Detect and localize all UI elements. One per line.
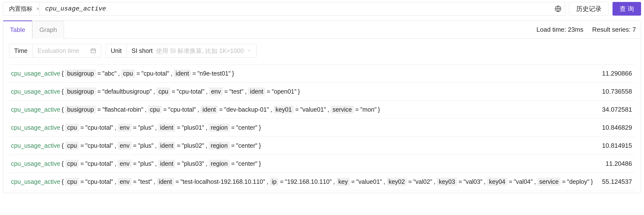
tag-key: key03 <box>437 178 457 186</box>
value-cell: 10.846829 <box>602 124 632 131</box>
tag-key: env <box>118 160 131 168</box>
tag-key: cpu <box>121 69 135 77</box>
unit-select[interactable]: SI short 使用 SI 标准换算, 比如 1K=1000 <box>127 44 256 57</box>
unit-value: SI short <box>132 47 152 54</box>
metric-cell: cpu_usage_active { cpu ="cpu-total", env… <box>11 178 593 186</box>
globe-button[interactable] <box>551 2 565 15</box>
history-button[interactable]: 历史记录 <box>569 2 608 15</box>
tag-key: key02 <box>387 178 407 186</box>
metric-name: cpu_usage_active <box>11 124 60 131</box>
metric-cell: cpu_usage_active { busigroup ="abc", cpu… <box>11 69 234 77</box>
value-cell: 34.072581 <box>602 106 632 113</box>
tag-value: "dev-backup-01" <box>224 106 269 113</box>
results-list: cpu_usage_active { busigroup ="abc", cpu… <box>3 64 641 193</box>
tag-key: env <box>209 87 223 96</box>
tag-key: key04 <box>487 178 507 186</box>
tag-key: ident <box>158 124 175 132</box>
tag-value: "test" <box>138 178 152 185</box>
tag-key: busigroup <box>65 106 96 114</box>
unit-label: Unit <box>106 44 127 57</box>
tag-value: "cpu-total" <box>86 142 113 149</box>
time-input[interactable]: Evaluation time <box>33 44 101 57</box>
tag-value: "value01" <box>300 106 326 113</box>
value-cell: 55.124537 <box>602 178 632 186</box>
query-button[interactable]: 查 询 <box>612 2 641 15</box>
tag-value: "test-localhost-192.168.10.110" <box>180 178 265 185</box>
table-row: cpu_usage_active { busigroup ="flashcat-… <box>9 100 635 118</box>
tag-value: "cpu-total" <box>86 178 113 185</box>
query-button-label: 查 询 <box>620 5 634 13</box>
metric-cell: cpu_usage_active { busigroup ="defaultbu… <box>11 87 300 96</box>
tag-key: env <box>118 178 131 186</box>
chevron-right-icon <box>36 7 40 11</box>
tag-value: "plus02" <box>182 142 204 149</box>
tag-key: ident <box>248 87 265 96</box>
tag-key: key01 <box>274 106 294 114</box>
tag-value: "cpu-total" <box>86 124 113 131</box>
tag-key: ident <box>201 106 218 114</box>
top-bar: 内置指标 cpu_usage_active 历史记录 查 询 <box>3 2 641 15</box>
tag-key: ident <box>158 160 175 168</box>
tag-value: "plus03" <box>182 160 204 167</box>
tag-key: ident <box>158 142 175 150</box>
tag-key: service <box>330 106 354 114</box>
metric-cell: cpu_usage_active { busigroup ="flashcat-… <box>11 106 380 114</box>
tag-key: cpu <box>148 106 162 114</box>
tag-value: "abc" <box>102 70 116 77</box>
globe-icon <box>555 5 562 12</box>
value-cell: 11.20486 <box>606 160 632 168</box>
tag-value: "cpu-total" <box>168 106 196 113</box>
tag-key: key <box>336 178 350 186</box>
tag-value: "val03" <box>464 178 483 185</box>
tag-key: ident <box>174 69 191 77</box>
svg-rect-2 <box>91 49 96 53</box>
metric-cell: cpu_usage_active { cpu ="cpu-total", env… <box>11 160 261 168</box>
metric-selector[interactable]: 内置指标 <box>3 2 44 15</box>
tag-key: env <box>118 142 131 150</box>
tag-key: region <box>209 160 230 168</box>
query-input[interactable]: cpu_usage_active <box>40 2 551 15</box>
metric-cell: cpu_usage_active { cpu ="cpu-total", env… <box>11 124 261 132</box>
tab-graph[interactable]: Graph <box>32 21 64 38</box>
table-row: cpu_usage_active { cpu ="cpu-total", env… <box>9 137 635 155</box>
metric-name: cpu_usage_active <box>11 70 60 77</box>
value-cell: 10.736558 <box>602 88 632 95</box>
metric-cell: cpu_usage_active { cpu ="cpu-total", env… <box>11 142 261 150</box>
table-row: cpu_usage_active { cpu ="cpu-total", env… <box>9 173 635 191</box>
tag-value: "value01" <box>356 178 382 185</box>
table-row: cpu_usage_active { cpu ="cpu-total", env… <box>9 118 635 137</box>
table-row: cpu_usage_active { cpu ="cpu-total", env… <box>9 155 635 173</box>
tab-table-label: Table <box>10 26 25 33</box>
time-placeholder: Evaluation time <box>38 47 79 54</box>
tag-value: "cpu-total" <box>141 70 169 77</box>
tag-key: ip <box>270 178 278 186</box>
tag-key: cpu <box>65 142 79 150</box>
tag-value: "center" <box>236 124 257 131</box>
tag-value: "192.168.10.110" <box>285 178 332 185</box>
tag-value: "center" <box>236 160 257 167</box>
metric-name: cpu_usage_active <box>11 160 60 167</box>
tag-key: cpu <box>65 160 79 168</box>
tag-value: "cpu-total" <box>86 160 113 167</box>
metric-name: cpu_usage_active <box>11 142 60 149</box>
tab-table[interactable]: Table <box>3 20 32 38</box>
chevron-down-icon <box>247 48 252 53</box>
tag-key: busigroup <box>65 69 96 77</box>
tag-key: cpu <box>65 178 79 186</box>
tag-value: "cpu-total" <box>177 88 204 95</box>
tag-value: "center" <box>236 142 257 149</box>
metric-name: cpu_usage_active <box>11 178 60 185</box>
history-button-label: 历史记录 <box>576 5 602 13</box>
value-cell: 11.290866 <box>602 70 632 77</box>
tag-value: "flashcat-robin" <box>102 106 143 113</box>
metric-selector-label: 内置指标 <box>9 5 32 13</box>
tag-value: "val04" <box>514 178 533 185</box>
tag-value: "deploy" <box>567 178 589 185</box>
tag-key: cpu <box>65 124 79 132</box>
tabs: Table Graph <box>3 20 64 38</box>
tag-value: "n9e-test01" <box>198 70 231 77</box>
load-time: Load time: 23ms <box>536 26 584 33</box>
time-control: Time Evaluation time <box>9 44 101 57</box>
tag-key: env <box>118 124 131 132</box>
tag-key: service <box>537 178 560 186</box>
